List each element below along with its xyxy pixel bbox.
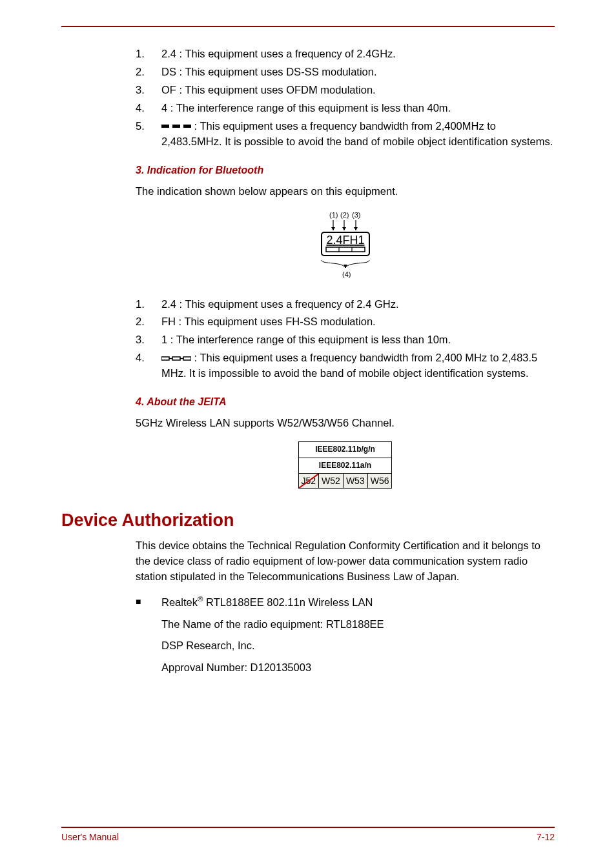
footer-left: User's Manual [61,832,119,842]
list-number: 1. [136,46,161,62]
list-number: 2. [136,314,161,330]
list-section-2: 1.2.4 : This equipment uses a frequency … [136,46,555,150]
bandwidth-full-icon [161,123,191,130]
list-item-text-after: : This equipment uses a frequency bandwi… [161,120,553,147]
auth-para: This device obtains the Technical Regula… [136,538,555,585]
bandwidth-partial-icon [161,356,191,362]
bluetooth-indication-figure: (1) (2) (3) 2.4FH1 (4) [136,210,555,285]
list-item-text: : This equipment uses a frequency bandwi… [161,119,555,150]
svg-marker-4 [331,227,335,230]
realtek-name: Realtek [161,596,198,608]
fig-label-2: (2) [340,211,349,219]
list-item-text: DS : This equipment uses DS-SS modulatio… [161,65,555,80]
list-item-text: 4 : The interference range of this equip… [161,101,555,116]
list-item-text: 2.4 : This equipment uses a frequency of… [161,297,555,312]
list-number: 3. [136,332,161,348]
section4-heading: 4. About the JEITA [136,394,555,409]
list-number: 2. [136,65,161,80]
list-number: 5. [136,119,161,150]
jeita-cell-w52: W52 [319,474,344,489]
jeita-table-figure: IEEE802.11b/g/n IEEE802.11a/n J52 W52 W5… [136,441,555,489]
svg-rect-1 [172,125,180,128]
section4-para: 5GHz Wireless LAN supports W52/W53/W56 C… [136,416,555,431]
list-item-text: 1 : The interference range of this equip… [161,332,555,348]
section3-heading: 3. Indication for Bluetooth [136,163,555,177]
footer-right: 7-12 [537,832,555,842]
svg-rect-16 [172,357,180,360]
list-item-text: FH : This equipment uses FH-SS modulatio… [161,314,555,330]
list-item-text-after: : This equipment uses a frequency bandwi… [161,352,537,379]
main-content: 1.2.4 : This equipment uses a frequency … [136,46,555,489]
list-item-text: : This equipment uses a frequency bandwi… [161,350,555,381]
list-item-text: OF : This equipment uses OFDM modulation… [161,83,555,98]
jeita-cell-j52: J52 [298,474,319,489]
product-name: RTL8188EE 802.11n Wireless LAN [203,596,373,608]
svg-rect-0 [161,125,169,128]
page-footer: User's Manual 7-12 [61,827,555,842]
radio-equipment-name: The Name of the radio equipment: RTL8188… [161,617,555,632]
svg-rect-10 [326,247,365,252]
jeita-row1: IEEE802.11b/g/n [298,442,392,458]
device-authorization-heading: Device Authorization [61,510,555,530]
jeita-row2: IEEE802.11a/n [298,458,392,473]
list-number: 4. [136,350,161,381]
jeita-cell-w56: W56 [367,474,392,489]
list-number: 3. [136,83,161,98]
square-bullet-icon: ■ [136,594,161,610]
svg-rect-2 [183,125,191,128]
section3-para: The indication shown below appears on th… [136,184,555,199]
fig-label-4: (4) [342,270,351,278]
device-authorization-content: This device obtains the Technical Regula… [136,538,555,676]
svg-rect-14 [161,357,169,360]
fig-label-1: (1) [329,211,338,219]
list-section-3: 1.2.4 : This equipment uses a frequency … [136,297,555,382]
svg-line-19 [299,474,319,488]
bullet-text: Realtek® RTL8188EE 802.11n Wireless LAN [161,594,373,610]
list-number: 4. [136,101,161,116]
certifier-name: DSP Research, Inc. [161,638,555,654]
fig-box-label: 2.4FH1 [326,234,364,247]
svg-marker-8 [354,227,358,230]
list-item-text: 2.4 : This equipment uses a frequency of… [161,46,555,62]
fig-label-3: (3) [352,211,360,219]
list-number: 1. [136,297,161,312]
bullet-item: ■ Realtek® RTL8188EE 802.11n Wireless LA… [136,594,555,610]
jeita-cell-w53: W53 [343,474,367,489]
svg-marker-6 [342,227,346,230]
svg-rect-18 [183,357,191,360]
top-rule [61,26,555,27]
approval-number: Approval Number: D120135003 [161,660,555,676]
